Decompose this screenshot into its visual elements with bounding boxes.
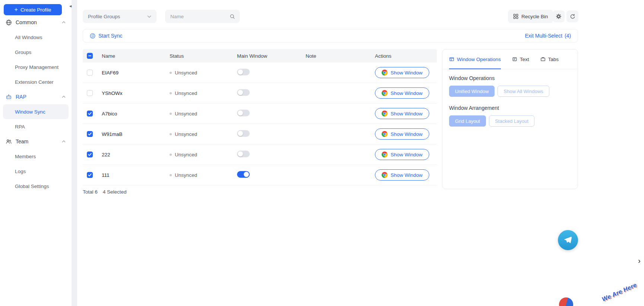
recycle-bin-icon	[513, 14, 518, 19]
column-header-name: Name	[102, 53, 115, 59]
panel-tabs: Window Operations Text Tabs	[442, 50, 578, 69]
row-checkbox[interactable]	[87, 152, 93, 157]
expand-arrow[interactable]: ›	[638, 257, 641, 264]
column-header-actions: Actions	[375, 53, 391, 59]
profile-groups-select[interactable]: Profile Groups	[83, 10, 157, 23]
sidebar-nav: Common All Windows Groups Proxy Manageme…	[0, 15, 72, 194]
tab-tabs[interactable]: Tabs	[540, 50, 559, 69]
actions-cell: Show Window	[375, 108, 429, 119]
status-dot	[170, 92, 172, 94]
show-window-label: Show Window	[391, 131, 423, 137]
window-operations-buttons: Unified Window Show All Windows	[449, 86, 571, 97]
sidebar-item-proxy-management[interactable]: Proxy Management	[3, 60, 69, 74]
select-all-checkbox[interactable]	[87, 53, 93, 59]
sidebar-section-team[interactable]: Team	[0, 134, 72, 149]
sidebar-item-global-settings[interactable]: Global Settings	[3, 179, 69, 194]
table-row: EIAF69 Unsynced Show Window	[83, 63, 437, 83]
table-row: A7bico Unsynced Show Window	[83, 103, 437, 124]
row-checkbox[interactable]	[87, 111, 93, 117]
profiles-table: Name Status Main Window Note Actions EIA…	[83, 49, 437, 195]
sidebar-items-rap: Window Sync RPA	[0, 104, 72, 134]
status-label: Unsynced	[175, 131, 197, 137]
sidebar-item-label: Members	[15, 154, 36, 159]
chrome-icon	[382, 152, 388, 157]
panel-body: Window Operations Unified Window Show Al…	[442, 69, 578, 141]
status-cell: Unsynced	[170, 70, 197, 76]
unified-window-button[interactable]: Unified Window	[449, 86, 495, 97]
row-checkbox[interactable]	[87, 172, 93, 178]
refresh-button[interactable]	[566, 10, 578, 22]
status-cell: Unsynced	[170, 111, 197, 117]
actions-cell: Show Window	[375, 87, 429, 99]
row-checkbox[interactable]	[87, 131, 93, 137]
sidebar-item-extension-center[interactable]: Extension Center	[3, 74, 69, 89]
main-window-toggle[interactable]	[237, 151, 250, 157]
create-profile-button[interactable]: + Create Profile	[4, 4, 62, 15]
search-icon[interactable]	[230, 14, 235, 19]
start-sync-button[interactable]: Start Sync	[90, 33, 123, 39]
sidebar-item-all-windows[interactable]: All Windows	[3, 30, 69, 45]
show-window-label: Show Window	[391, 172, 423, 178]
indeterminate-mark	[88, 55, 91, 56]
sidebar-item-label: Extension Center	[15, 79, 54, 85]
sidebar-item-rpa[interactable]: RPA	[3, 119, 69, 134]
sidebar-section-common[interactable]: Common	[0, 15, 72, 30]
status-dot	[170, 153, 172, 156]
sidebar-item-window-sync[interactable]: Window Sync	[3, 104, 69, 119]
exit-multi-select-button[interactable]: Exit Multi-Select (4)	[525, 33, 571, 39]
grid-layout-button[interactable]: Grid Layout	[449, 115, 486, 127]
show-window-button[interactable]: Show Window	[375, 87, 429, 99]
tab-window-operations[interactable]: Window Operations	[449, 50, 501, 69]
window-arrangement-title: Window Arrangement	[449, 105, 571, 111]
chrome-icon	[382, 70, 388, 76]
collapse-sidebar-icon[interactable]: ◂	[69, 4, 72, 8]
main-window-toggle[interactable]	[237, 171, 250, 178]
sidebar-item-logs[interactable]: Logs	[3, 164, 69, 179]
actions-cell: Show Window	[375, 149, 429, 160]
row-checkbox[interactable]	[87, 70, 93, 76]
row-checkbox[interactable]	[87, 90, 93, 96]
main-window-toggle[interactable]	[237, 110, 250, 117]
settings-button[interactable]	[553, 10, 565, 22]
status-dot	[170, 174, 172, 176]
status-cell: Unsynced	[170, 90, 197, 96]
main-window-toggle[interactable]	[237, 89, 250, 96]
tab-text[interactable]: Text	[512, 50, 529, 69]
operations-panel: Window Operations Text Tabs Window Opera…	[442, 49, 578, 189]
status-label: Unsynced	[175, 172, 197, 178]
status-label: Unsynced	[175, 111, 197, 117]
sync-bar: Start Sync Exit Multi-Select (4)	[83, 29, 578, 42]
tab-label-window-operations: Window Operations	[457, 57, 501, 62]
main-window-toggle[interactable]	[237, 69, 250, 76]
sidebar-item-groups[interactable]: Groups	[3, 45, 69, 60]
chevron-up-icon	[62, 96, 66, 98]
show-window-label: Show Window	[391, 111, 423, 117]
window-sync-page: + Create Profile Common All Windows Grou…	[0, 0, 644, 306]
text-icon	[512, 57, 517, 62]
profile-name: 111	[102, 172, 110, 178]
chevron-down-icon	[147, 15, 151, 18]
main-window-toggle[interactable]	[237, 130, 250, 137]
show-window-button[interactable]: Show Window	[375, 108, 429, 119]
sidebar-section-rap[interactable]: RAP	[0, 89, 72, 104]
show-window-button[interactable]: Show Window	[375, 67, 429, 78]
show-window-button[interactable]: Show Window	[375, 169, 429, 181]
recycle-bin-label: Recycle Bin	[521, 14, 548, 19]
stacked-layout-button[interactable]: Stacked Layout	[489, 115, 534, 127]
sidebar-item-members[interactable]: Members	[3, 149, 69, 164]
show-window-button[interactable]: Show Window	[375, 149, 429, 160]
chevron-up-icon	[62, 21, 66, 23]
paper-plane-icon	[563, 235, 573, 245]
toggle-knob	[238, 131, 243, 136]
main-content: Profile Groups Recycle Bin	[77, 0, 644, 306]
profile-name: YShOWx	[102, 90, 123, 96]
search-input[interactable]	[170, 13, 230, 20]
status-label: Unsynced	[175, 70, 197, 76]
telegram-button[interactable]	[558, 230, 578, 250]
show-all-windows-button[interactable]: Show All Windows	[498, 86, 549, 97]
main-window-cell	[237, 89, 250, 97]
chrome-icon	[382, 111, 388, 117]
recycle-bin-button[interactable]: Recycle Bin	[508, 10, 553, 23]
show-window-button[interactable]: Show Window	[375, 128, 429, 140]
create-profile-label: Create Profile	[20, 7, 51, 13]
